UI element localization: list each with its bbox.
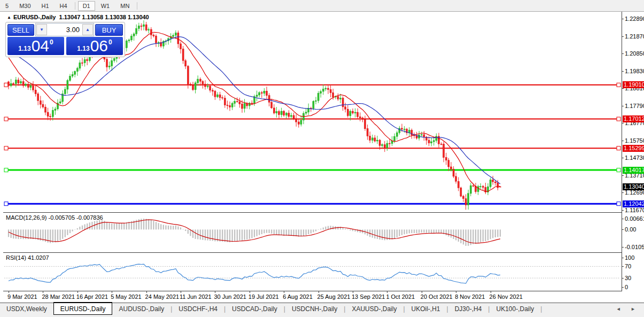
date-axis-tick — [77, 291, 78, 293]
price-axis-tick — [622, 36, 624, 37]
collapse-arrow-icon[interactable]: ▲ — [7, 15, 11, 20]
price-axis-label: 1.20850 — [625, 51, 644, 57]
line-handle[interactable] — [617, 168, 620, 172]
date-axis-tick — [387, 291, 387, 293]
price-badge: 1.17012 — [623, 115, 644, 122]
price-axis-tick — [622, 71, 624, 72]
line-handle[interactable] — [4, 202, 8, 206]
volume-input[interactable]: 3.00 — [48, 24, 82, 36]
chart-ohlc-values: 1.13047 1.13058 1.13038 1.13040 — [59, 14, 149, 20]
date-axis-tick — [284, 291, 284, 293]
macd-chart — [3, 213, 622, 252]
price-badge: 1.12042 — [623, 200, 644, 207]
price-badge: 1.19010 — [623, 81, 644, 88]
tab-usdchf-h4[interactable]: USDCHF-,H4 — [172, 303, 224, 314]
volume-increase-button[interactable]: ▲ — [82, 24, 93, 35]
sell-button[interactable]: SELL — [7, 24, 34, 36]
rsi-chart — [3, 253, 622, 291]
timeframe-button-mn[interactable]: MN — [115, 1, 134, 11]
rsi-axis-tick — [622, 287, 624, 288]
date-axis-label: 19 Jul 2021 — [249, 293, 279, 300]
tab-dj30-h4[interactable]: DJ30-,H4 — [448, 303, 488, 314]
timeframe-button-w1[interactable]: W1 — [96, 1, 115, 11]
price-badge: 1.13040 — [623, 183, 644, 190]
rsi-axis-label: 100 — [625, 255, 634, 261]
sell-price-big: 04 — [32, 38, 49, 54]
date-axis-tick — [9, 291, 9, 293]
price-axis-tick — [622, 141, 624, 141]
sell-price-small: 1.13 — [18, 45, 30, 52]
rsi-pane[interactable]: RSI(14) 41.0207 — [3, 253, 622, 291]
line-handle[interactable] — [617, 117, 620, 121]
macd-axis-tick — [622, 247, 624, 248]
line-handle[interactable] — [4, 117, 8, 121]
line-handle[interactable] — [617, 202, 620, 206]
date-axis-tick — [215, 291, 215, 293]
price-axis-tick — [622, 158, 624, 158]
price-axis-label: 1.12690 — [625, 190, 644, 196]
buy-price-small: 1.13 — [77, 45, 89, 52]
tab-uk100-daily[interactable]: UK100-,Daily — [490, 303, 540, 314]
tab-ukoil-h1[interactable]: UKOil-,H1 — [405, 303, 447, 314]
toolbar-separator — [75, 2, 75, 10]
macd-histogram — [8, 219, 501, 246]
date-axis-label: 28 Mar 2021 — [42, 293, 75, 300]
price-badge: 1.14017 — [623, 167, 644, 174]
tab-eurusd-daily[interactable]: EURUSD-,Daily — [53, 302, 113, 315]
line-handle[interactable] — [4, 83, 8, 87]
volume-decrease-button[interactable]: ▼ — [36, 24, 47, 35]
rsi-axis-tick — [622, 266, 624, 267]
timeframe-button-d1[interactable]: D1 — [78, 1, 95, 11]
price-axis-tick — [622, 175, 624, 176]
timeframe-button-5[interactable]: 5 — [1, 1, 13, 11]
price-axis-label: 1.19830 — [625, 68, 644, 74]
date-axis-tick — [43, 291, 43, 293]
tab-usdx-weekly[interactable]: USDX,Weekly — [0, 303, 53, 314]
tab-usdcnh-daily[interactable]: USDCNH-,Daily — [285, 303, 344, 314]
price-axis-tick — [622, 192, 624, 193]
tab-scroll-arrows[interactable]: ◄ ► — [616, 306, 640, 312]
date-axis-label: 24 May 2021 — [145, 293, 180, 300]
volume-control: ▼ 3.00 ▲ — [35, 23, 94, 36]
tab-separator: | — [540, 305, 542, 313]
line-handle[interactable] — [4, 168, 8, 172]
price-axis-tick — [622, 210, 624, 211]
macd-axis-tick — [622, 229, 624, 230]
rsi-line — [9, 264, 500, 283]
timeframe-toolbar: 5M30H1H4D1W1MN — [0, 0, 644, 12]
macd-pane[interactable]: MACD(12,26,9) -0.005705 -0.007836 — [3, 213, 622, 253]
chart-symbol-label: EURUSD-,Daily — [13, 14, 56, 20]
date-axis: 9 Mar 202128 Mar 202116 Apr 20215 May 20… — [3, 291, 622, 303]
rsi-axis-tick — [622, 258, 624, 258]
price-axis-label: 1.21870 — [625, 34, 644, 40]
line-handle[interactable] — [4, 146, 8, 150]
date-axis-tick — [319, 291, 319, 293]
tab-audusd-daily[interactable]: AUDUSD-,Daily — [112, 303, 170, 314]
price-axis-label: 1.17790 — [625, 103, 644, 109]
buy-price-big: 06 — [90, 38, 108, 54]
date-axis-label: 1 Oct 2021 — [386, 293, 415, 300]
price-axis-tick — [622, 19, 624, 19]
buy-button[interactable]: BUY — [95, 24, 123, 36]
tab-xauusd-daily[interactable]: XAUUSD-,Daily — [345, 303, 403, 314]
date-axis-tick — [146, 291, 147, 293]
timeframe-button-h4[interactable]: H4 — [55, 1, 72, 11]
sell-price-sup: 0 — [50, 38, 53, 46]
date-axis-label: 16 Apr 2021 — [76, 293, 108, 300]
price-axis-tick — [622, 106, 624, 106]
timeframe-button-m30[interactable]: M30 — [14, 1, 35, 11]
sell-price-display[interactable]: 1.13 04 0 — [7, 37, 64, 55]
tab-usdcad-daily[interactable]: USDCAD-,Daily — [226, 303, 284, 314]
price-axis-label: 1.15750 — [625, 138, 644, 144]
chart-title: ▲EURUSD-,Daily 1.13047 1.13058 1.13038 1… — [7, 14, 149, 20]
price-axis-tick — [622, 123, 624, 123]
price-axis: 1.228901.218701.208501.198301.188101.177… — [622, 12, 644, 291]
price-axis-tick — [622, 53, 624, 54]
rsi-axis-label: 30 — [625, 275, 631, 281]
timeframe-button-h1[interactable]: H1 — [37, 1, 54, 11]
date-axis-label: 30 Jun 2021 — [214, 293, 246, 300]
line-handle[interactable] — [617, 146, 620, 150]
price-axis-tick — [622, 88, 624, 89]
buy-price-display[interactable]: 1.13 06 0 — [66, 37, 123, 55]
line-handle[interactable] — [617, 83, 620, 87]
